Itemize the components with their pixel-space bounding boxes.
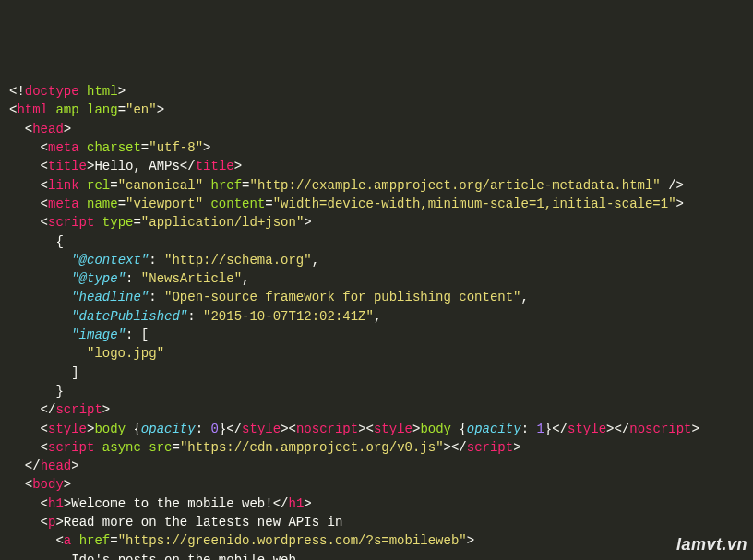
body-tag: body [32, 477, 64, 492]
h1-text: Welcome to the mobile web! [71, 496, 272, 511]
opacity-prop: opacity [141, 422, 196, 436]
json-headline-val: "Open-source framework for publishing co… [164, 290, 520, 304]
link-tag: link [48, 178, 79, 193]
meta-tag: meta [48, 140, 79, 155]
style-tag: style [48, 422, 87, 436]
a-text: Ido's posts on the mobile web [71, 553, 296, 560]
a-tag: a [64, 533, 71, 548]
title-text: Hello, AMPs [94, 159, 179, 173]
json-image-val: "logo.jpg" [87, 346, 164, 361]
title-close: title [196, 159, 234, 173]
style-close-2: style [568, 422, 606, 436]
one: 1 [536, 422, 544, 436]
meta-tag-2: meta [48, 197, 79, 211]
doctype-html: html [87, 84, 118, 99]
json-headline-key: "headline" [71, 290, 149, 304]
lang-val: "en" [126, 102, 157, 117]
h1-tag: h1 [48, 496, 64, 511]
script-tag-2: script [48, 440, 94, 455]
json-type-key: "@type" [71, 271, 126, 286]
a-href-attr: href [79, 533, 111, 548]
rel-attr: rel [87, 178, 110, 193]
json-type-val: "NewsArticle" [141, 271, 242, 286]
src-attr: src [149, 440, 172, 455]
noscript-close: noscript [629, 422, 691, 436]
html-tag: html [17, 102, 48, 117]
amp-src: "https://cdn.ampproject.org/v0.js" [180, 440, 444, 455]
body-sel: body [94, 422, 126, 436]
charset-attr: charset [87, 140, 141, 155]
head-close: head [41, 459, 72, 473]
opacity-prop-2: opacity [467, 422, 521, 436]
style-close: style [242, 422, 281, 436]
a-href: "https://greenido.wordpress.com/?s=mobil… [118, 533, 467, 548]
canonical-href: "http://example.ampproject.org/article-m… [250, 178, 661, 193]
body-sel-2: body [420, 422, 451, 436]
doctype-tag: doctype [25, 84, 79, 99]
script-close-2: script [467, 440, 513, 455]
rel-val: "canonical" [118, 178, 203, 193]
viewport-content: "width=device-width,minimum-scale=1,init… [273, 197, 676, 211]
json-context-key: "@context" [71, 253, 149, 268]
name-attr: name [87, 197, 118, 211]
script-tag: script [48, 215, 94, 230]
json-date-key: "datePublished" [71, 309, 187, 324]
async-attr: async [102, 440, 141, 455]
noscript-tag: noscript [296, 422, 358, 436]
head-tag: head [32, 122, 64, 137]
json-context-val: "http://schema.org" [164, 253, 312, 268]
code-editor: <!doctype html> <html amp lang="en"> <he… [9, 82, 744, 560]
viewport-name: "viewport" [126, 197, 203, 211]
lang-attr: lang [87, 102, 118, 117]
type-attr: type [102, 215, 134, 230]
content-attr: content [210, 197, 265, 211]
watermark: lamvt.vn [676, 532, 747, 556]
amp-attr: amp [55, 102, 78, 117]
title-open: title [48, 159, 87, 173]
zero: 0 [210, 422, 218, 436]
h1-close: h1 [288, 496, 304, 511]
href-attr: href [210, 178, 242, 193]
ldjson-type: "application/ld+json" [141, 215, 304, 230]
json-image-key: "image" [71, 328, 126, 342]
style-tag-2: style [374, 422, 412, 436]
json-date-val: "2015-10-07T12:02:41Z" [203, 309, 374, 324]
p-text: Read more on the latests new APIs in [64, 515, 342, 530]
charset-val: "utf-8" [149, 140, 203, 155]
script-close: script [55, 402, 102, 417]
